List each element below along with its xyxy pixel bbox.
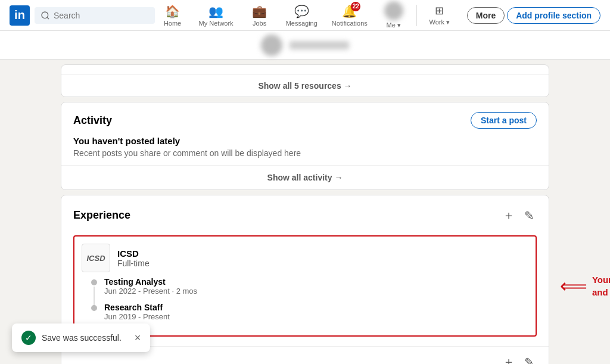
- activity-empty-title: You haven't posted lately: [73, 136, 537, 146]
- role-title: Research Staff: [104, 303, 170, 312]
- show-all-activity-link[interactable]: Show all activity →: [61, 165, 549, 189]
- roles-list: Testing Analyst Jun 2022 - Present · 2 m…: [82, 277, 528, 321]
- profile-avatar: [261, 35, 282, 56]
- search-input[interactable]: [54, 11, 149, 20]
- nav-item-jobs[interactable]: 💼 Jobs: [242, 2, 278, 29]
- toast-message: Save was successful.: [42, 333, 122, 343]
- role-details: Research Staff Jun 2019 - Present: [104, 303, 170, 321]
- profile-blurred: [261, 35, 349, 56]
- activity-header: Activity Start a post: [73, 112, 537, 129]
- grid-icon: ⊞: [435, 4, 444, 17]
- search-bar[interactable]: [35, 7, 155, 24]
- icsd-company-entry: ICSD ICSD Full-time Testing Analyst: [73, 235, 537, 337]
- company-header: ICSD ICSD Full-time: [82, 244, 528, 272]
- navbar: in 🏠 Home 👥 My Network 💼 Jobs 💬 Messagin…: [0, 0, 610, 31]
- company-name: ICSD: [117, 248, 150, 259]
- nav-label-notifications: Notifications: [332, 20, 368, 27]
- profile-name-blur: [290, 41, 349, 49]
- cards-wrapper: Show all 5 resources → Activity Start a …: [61, 60, 549, 364]
- avatar: [384, 1, 403, 20]
- toast-success-icon: ✓: [21, 331, 36, 345]
- nav-item-me[interactable]: Me ▾: [376, 0, 412, 32]
- add-experience-bottom-button[interactable]: ＋: [500, 351, 517, 364]
- annotation: ⟸ Your new position will be updated and …: [560, 273, 610, 298]
- experience-title: Experience: [73, 209, 130, 222]
- network-icon: 👥: [208, 4, 223, 18]
- arrow-left-icon: ⟸: [560, 275, 587, 297]
- role-dates: Jun 2019 - Present: [104, 312, 170, 321]
- search-icon: [41, 11, 50, 20]
- linkedin-logo: in: [10, 5, 30, 26]
- toast-close-button[interactable]: ×: [135, 332, 141, 344]
- role-title: Testing Analyst: [104, 277, 197, 287]
- nav-item-work[interactable]: ⊞ Work ▾: [422, 2, 458, 29]
- role-dates: Jun 2022 - Present · 2 mos: [104, 287, 197, 295]
- role-details: Testing Analyst Jun 2022 - Present · 2 m…: [104, 277, 197, 295]
- svg-line-1: [47, 17, 49, 19]
- resources-card: Show all 5 resources →: [61, 64, 549, 97]
- messaging-icon: 💬: [294, 4, 309, 18]
- nav-label-messaging: Messaging: [286, 20, 318, 27]
- experience-actions: ＋ ✎: [500, 205, 537, 226]
- nav-label-me: Me ▾: [387, 21, 401, 29]
- notifications-badge: 22: [351, 2, 360, 11]
- nav-label-network: My Network: [199, 20, 234, 27]
- company-logo-text: ICSD: [86, 254, 105, 263]
- experience-header: Experience ＋ ✎: [73, 205, 537, 226]
- save-toast: ✓ Save was successful. ×: [12, 323, 150, 352]
- start-post-button[interactable]: Start a post: [471, 112, 537, 129]
- home-icon: 🏠: [165, 4, 180, 18]
- company-info: ICSD Full-time: [117, 248, 150, 268]
- activity-title: Activity: [73, 114, 112, 127]
- company-type: Full-time: [117, 259, 150, 268]
- add-experience-button[interactable]: ＋: [500, 205, 517, 226]
- profile-header-bar: [0, 31, 610, 60]
- bell-icon: 🔔 22: [342, 4, 357, 18]
- activity-empty-subtitle: Recent posts you share or comment on wil…: [73, 148, 537, 158]
- nav-label-work: Work ▾: [429, 18, 450, 26]
- edit-experience-bottom-button[interactable]: ✎: [522, 351, 537, 364]
- nav-label-jobs: Jobs: [253, 20, 266, 27]
- nav-items: 🏠 Home 👥 My Network 💼 Jobs 💬 Messaging 🔔…: [155, 0, 600, 32]
- edit-experience-button[interactable]: ✎: [522, 205, 537, 226]
- more-button[interactable]: More: [467, 7, 505, 24]
- nav-item-home[interactable]: 🏠 Home: [155, 2, 191, 29]
- main-content: Show all 5 resources → Activity Start a …: [0, 31, 610, 364]
- role-item: Testing Analyst Jun 2022 - Present · 2 m…: [86, 277, 528, 295]
- add-profile-section-button[interactable]: Add profile section: [507, 7, 600, 24]
- nav-divider: [416, 5, 417, 26]
- nav-label-home: Home: [164, 20, 181, 27]
- nav-item-messaging[interactable]: 💬 Messaging: [280, 2, 323, 29]
- annotation-text: Your new position will be updated and sh…: [592, 273, 610, 298]
- activity-empty-state: You haven't posted lately Recent posts y…: [73, 136, 537, 158]
- svg-point-0: [42, 12, 48, 18]
- show-all-resources-link[interactable]: Show all 5 resources →: [61, 74, 549, 97]
- jobs-icon: 💼: [252, 4, 267, 18]
- activity-card: Activity Start a post You haven't posted…: [61, 102, 549, 190]
- nav-item-notifications[interactable]: 🔔 22 Notifications: [326, 2, 374, 29]
- company-entry-wrapper: ICSD ICSD Full-time Testing Analyst: [73, 235, 537, 337]
- nav-item-network[interactable]: 👥 My Network: [193, 2, 239, 29]
- company-logo: ICSD: [82, 244, 110, 272]
- role-item: Research Staff Jun 2019 - Present: [86, 303, 528, 321]
